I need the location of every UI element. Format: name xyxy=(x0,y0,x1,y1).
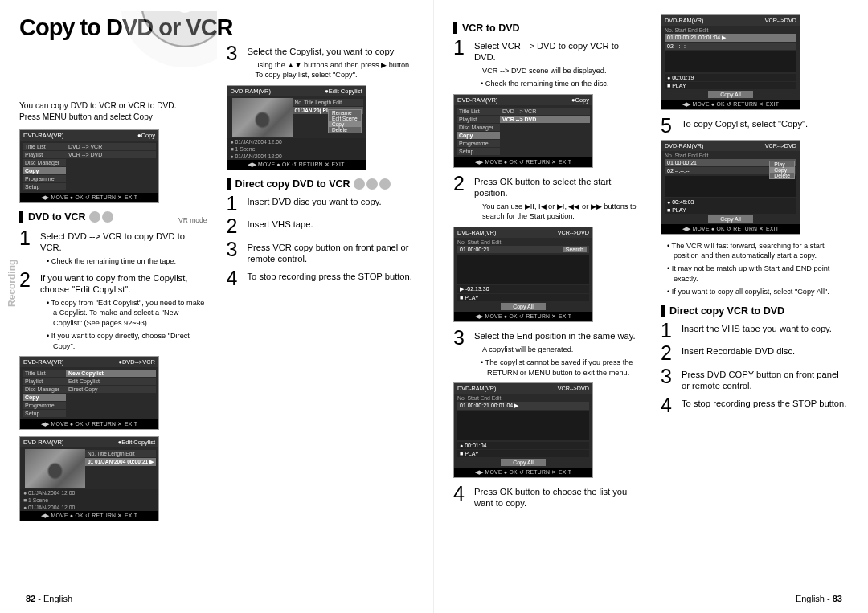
bar-icon xyxy=(453,22,457,34)
page-82: Copy to DVD or VCR Recording You can cop… xyxy=(0,0,434,613)
heading-direct-dvd-vcr: Direct copy DVD to VCR xyxy=(227,178,415,190)
intro-text: You can copy DVD to VCR or VCR to DVD. P… xyxy=(19,100,207,123)
note: The VCR will fast forward, searching for… xyxy=(661,241,849,261)
side-tab-left: Recording xyxy=(6,259,18,306)
screenshot-choose-list: DVD-RAM(VR)VCR-->DVD No. Start End Edit … xyxy=(661,14,800,110)
bar-icon xyxy=(661,305,665,317)
step-3: 3 Select the Copylist, you want to copy … xyxy=(227,44,415,80)
screenshot-edit-copylist-popup: DVD-RAM(VR)●Edit Copylist No. Title Leng… xyxy=(227,85,366,170)
screenshot-copy-menu: DVD-RAM(VR)●Copy Title List Playlist Dis… xyxy=(19,129,159,203)
bar-icon xyxy=(19,211,23,223)
heading-direct-vcr-dvd: Direct copy VCR to DVD xyxy=(661,305,849,317)
screenshot-copy-popup: DVD-RAM(VR)VCR-->DVD No. Start End Edit … xyxy=(661,140,800,235)
mode-icons xyxy=(354,178,391,190)
page-number-left: 82 - English xyxy=(26,594,72,603)
note: It may not be match up with Start and EN… xyxy=(661,264,849,284)
disc-art xyxy=(121,11,217,69)
heading-vcr-to-dvd: VCR to DVD xyxy=(453,22,641,34)
intro-line1: You can copy DVD to VCR or VCR to DVD. xyxy=(19,101,177,110)
step-2: 2 If you want to copy from the Copylist,… xyxy=(19,271,207,351)
screenshot-vcr-copy-menu: DVD-RAM(VR)●Copy Title List Playlist Dis… xyxy=(453,94,593,168)
screenshot-dvd-vcr-menu: DVD-RAM(VR)●DVD-->VCR Title List Playlis… xyxy=(19,356,159,430)
page-number-right: English - 83 xyxy=(796,594,842,603)
note: If you want to copy all copylist, select… xyxy=(661,287,849,296)
screenshot-edit-copylist: DVD-RAM(VR)●Edit Copylist No. Title Leng… xyxy=(19,436,159,521)
screenshot-vcr-start-pos: DVD-RAM(VR)VCR-->DVD No. Start End Edit … xyxy=(453,227,593,322)
step-1: 1 Select DVD --> VCR to copy DVD to VCR.… xyxy=(19,229,207,266)
page-83: Recording VCR to DVD 1 Select VCR --> DV… xyxy=(434,0,868,613)
intro-line2: Press MENU button and select Copy xyxy=(19,112,153,121)
bar-icon xyxy=(227,178,231,190)
screenshot-vcr-end-pos: DVD-RAM(VR)VCR-->DVD No. Start End Edit … xyxy=(453,382,593,478)
manual-spread: Copy to DVD or VCR Recording You can cop… xyxy=(0,0,868,613)
mode-icons xyxy=(89,211,113,223)
